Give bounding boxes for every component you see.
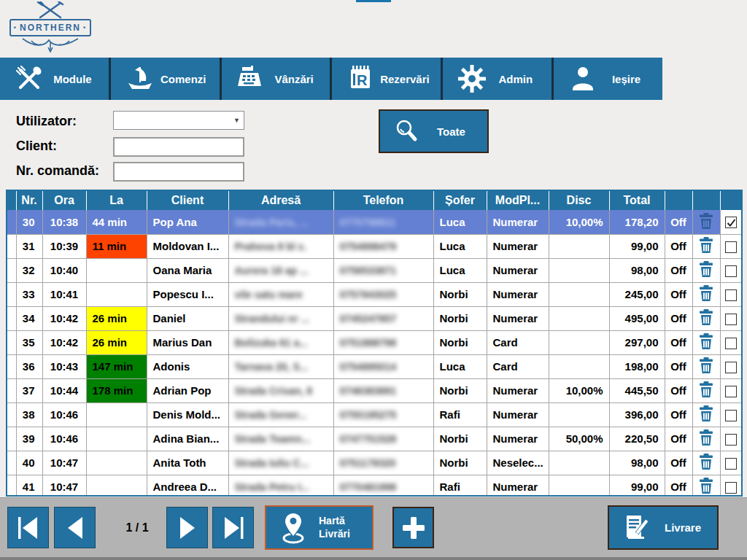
app-logo: • NORTHERN • xyxy=(6,1,95,57)
row-selector-cell[interactable] xyxy=(7,210,16,234)
main-nav: Module Comenzi Vânzări xyxy=(0,58,662,100)
row-selector-cell[interactable] xyxy=(7,234,16,258)
column-header[interactable] xyxy=(692,191,720,210)
cell-minutes-badge: 26 min xyxy=(86,306,147,330)
row-checkbox[interactable] xyxy=(725,362,737,373)
nav-button-module[interactable]: Module xyxy=(0,58,109,100)
cell-checkbox xyxy=(720,210,741,234)
last-page-button[interactable] xyxy=(212,507,254,548)
row-checkbox[interactable] xyxy=(725,338,737,349)
row-checkbox[interactable] xyxy=(725,482,737,494)
delete-order-button[interactable] xyxy=(692,306,720,330)
table-row[interactable]: 3610:43147 minAdonisTarnava 20, S...0754… xyxy=(7,354,741,378)
row-selector-cell[interactable] xyxy=(7,402,16,427)
delete-order-button[interactable] xyxy=(692,451,720,475)
table-row[interactable]: 3210:40Oana MariaAurora 18 ap ...0758533… xyxy=(7,258,741,282)
row-selector-cell[interactable] xyxy=(7,258,16,282)
row-checkbox[interactable] xyxy=(725,241,737,253)
column-header[interactable]: Client xyxy=(147,191,228,210)
cell-discount: 50,00% xyxy=(549,427,609,451)
cell-client-name: Popescu I... xyxy=(147,282,228,306)
row-selector-cell[interactable] xyxy=(7,354,16,378)
first-page-button[interactable] xyxy=(7,507,49,548)
row-checkbox[interactable] xyxy=(725,410,737,421)
row-checkbox[interactable] xyxy=(725,458,737,470)
delete-order-button[interactable] xyxy=(692,330,720,354)
column-header[interactable]: Șofer xyxy=(433,191,487,210)
column-header[interactable] xyxy=(720,191,741,210)
row-checkbox[interactable] xyxy=(725,434,737,446)
client-input[interactable] xyxy=(113,137,244,157)
nav-label: Ieșire xyxy=(597,73,662,85)
harta-livrari-label: HartăLivrări xyxy=(319,515,350,540)
row-selector-cell[interactable] xyxy=(7,306,16,330)
row-checkbox[interactable] xyxy=(725,289,737,301)
delete-order-button[interactable] xyxy=(692,210,720,234)
delete-order-button[interactable] xyxy=(692,402,720,427)
harta-livrari-button[interactable]: HartăLivrări xyxy=(265,505,374,550)
table-row[interactable]: 3110:3911 minMoldovan I...Prahova 8 bl c… xyxy=(7,234,741,258)
column-header[interactable]: ModPl... xyxy=(487,191,549,210)
utilizator-dropdown[interactable]: ▼ xyxy=(113,111,244,130)
trash-icon xyxy=(699,453,713,470)
table-row[interactable]: 3010:3844 minPop AnaStrada Paris, ...077… xyxy=(7,210,741,234)
nav-button-vanzari[interactable]: Vânzări xyxy=(222,58,330,100)
table-row[interactable]: 3310:41Popescu I...vile satu mare0757843… xyxy=(7,282,741,306)
column-header[interactable] xyxy=(7,191,16,210)
nav-button-admin[interactable]: Admin xyxy=(443,58,551,100)
delete-order-button[interactable] xyxy=(692,258,720,282)
delete-order-button[interactable] xyxy=(692,475,720,497)
cell-time: 10:47 xyxy=(42,451,86,475)
nr-comanda-input[interactable] xyxy=(113,162,244,182)
nav-label: Module xyxy=(44,73,109,85)
search-all-button[interactable]: Toate xyxy=(379,109,489,153)
delete-order-button[interactable] xyxy=(692,234,720,258)
column-header[interactable]: Adresă xyxy=(228,191,333,210)
column-header[interactable]: Disc xyxy=(549,191,609,210)
delete-order-button[interactable] xyxy=(692,282,720,306)
delete-order-button[interactable] xyxy=(692,354,720,378)
column-header[interactable]: La xyxy=(86,191,147,210)
prev-page-button[interactable] xyxy=(54,507,96,548)
client-label: Client: xyxy=(16,139,57,154)
row-selector-cell[interactable] xyxy=(7,378,16,402)
map-pin-icon xyxy=(278,511,309,545)
table-row[interactable]: 4010:47Anita TothStrada Iuliu C...075117… xyxy=(7,451,741,475)
column-header[interactable]: Telefon xyxy=(333,191,433,210)
row-selector-cell[interactable] xyxy=(7,475,16,497)
delete-order-button[interactable] xyxy=(692,427,720,451)
cell-phone-redacted: 0754898479 xyxy=(333,234,433,258)
column-header[interactable]: Total xyxy=(609,191,665,210)
row-selector-cell[interactable] xyxy=(7,330,16,354)
add-order-button[interactable] xyxy=(392,507,434,548)
row-checkbox[interactable] xyxy=(725,217,737,228)
table-row[interactable]: 3810:46Denis Mold...Strada Gener...07551… xyxy=(7,402,741,427)
cell-minutes-badge: 147 min xyxy=(86,354,147,378)
cell-client-name: Oana Maria xyxy=(147,258,228,282)
nav-button-iesire[interactable]: Ieșire xyxy=(554,58,662,100)
row-selector-cell[interactable] xyxy=(7,282,16,306)
redacted-text: 0748383891 xyxy=(340,385,397,397)
table-row[interactable]: 3410:4226 minDanielStrandului nr ...0745… xyxy=(7,306,741,330)
table-row[interactable]: 3510:4226 minMarius DanBolizuka 61 a...0… xyxy=(7,330,741,354)
row-checkbox[interactable] xyxy=(725,314,737,325)
row-selector-cell[interactable] xyxy=(7,427,16,451)
nav-button-comenzi[interactable]: Comenzi xyxy=(111,58,220,100)
livrare-button[interactable]: Livrare xyxy=(608,505,719,550)
cell-total: 297,00 xyxy=(609,330,665,354)
row-checkbox[interactable] xyxy=(725,265,737,277)
column-header[interactable] xyxy=(665,191,692,210)
column-header[interactable]: Nr. xyxy=(16,191,42,210)
row-checkbox[interactable] xyxy=(725,386,737,397)
next-page-button[interactable] xyxy=(166,507,208,548)
delete-order-button[interactable] xyxy=(692,378,720,402)
cell-order-number: 35 xyxy=(16,330,42,354)
table-row[interactable]: 3710:44178 minAdrian PopStrada Crisan, 8… xyxy=(7,378,741,402)
cell-minutes-badge xyxy=(86,258,147,282)
table-row[interactable]: 3910:46Adina Bian...Strada Toamn...07477… xyxy=(7,427,741,451)
nav-button-rezervari[interactable]: R Rezervări xyxy=(332,58,441,100)
row-selector-cell[interactable] xyxy=(7,451,16,475)
column-header[interactable]: Ora xyxy=(42,191,86,210)
cell-checkbox xyxy=(720,402,741,427)
table-row[interactable]: 4110:47Andreea D...Strada Petru I...0770… xyxy=(7,475,741,497)
